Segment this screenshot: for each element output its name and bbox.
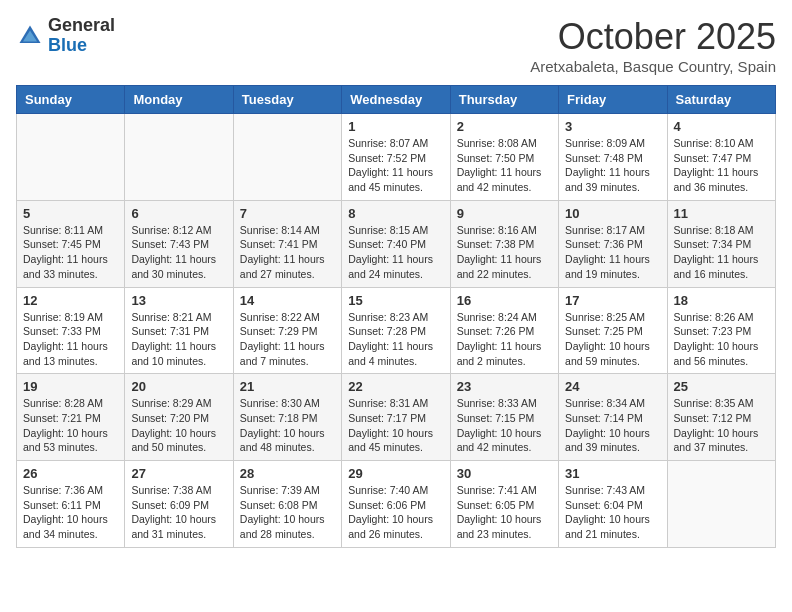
calendar-cell — [17, 114, 125, 201]
day-of-week-header: Monday — [125, 86, 233, 114]
calendar-cell: 8Sunrise: 8:15 AMSunset: 7:40 PMDaylight… — [342, 200, 450, 287]
day-info: Sunrise: 8:17 AMSunset: 7:36 PMDaylight:… — [565, 223, 660, 282]
day-info: Sunrise: 8:25 AMSunset: 7:25 PMDaylight:… — [565, 310, 660, 369]
calendar-cell: 25Sunrise: 8:35 AMSunset: 7:12 PMDayligh… — [667, 374, 775, 461]
day-info: Sunrise: 8:21 AMSunset: 7:31 PMDaylight:… — [131, 310, 226, 369]
day-info: Sunrise: 8:09 AMSunset: 7:48 PMDaylight:… — [565, 136, 660, 195]
calendar-week-row: 1Sunrise: 8:07 AMSunset: 7:52 PMDaylight… — [17, 114, 776, 201]
day-number: 22 — [348, 379, 443, 394]
calendar-table: SundayMondayTuesdayWednesdayThursdayFrid… — [16, 85, 776, 548]
day-number: 31 — [565, 466, 660, 481]
calendar-cell: 30Sunrise: 7:41 AMSunset: 6:05 PMDayligh… — [450, 461, 558, 548]
day-number: 2 — [457, 119, 552, 134]
calendar-week-row: 26Sunrise: 7:36 AMSunset: 6:11 PMDayligh… — [17, 461, 776, 548]
day-number: 26 — [23, 466, 118, 481]
day-number: 14 — [240, 293, 335, 308]
day-info: Sunrise: 8:11 AMSunset: 7:45 PMDaylight:… — [23, 223, 118, 282]
calendar-cell: 12Sunrise: 8:19 AMSunset: 7:33 PMDayligh… — [17, 287, 125, 374]
calendar-cell: 13Sunrise: 8:21 AMSunset: 7:31 PMDayligh… — [125, 287, 233, 374]
day-number: 15 — [348, 293, 443, 308]
day-number: 7 — [240, 206, 335, 221]
calendar-cell: 22Sunrise: 8:31 AMSunset: 7:17 PMDayligh… — [342, 374, 450, 461]
calendar-cell: 11Sunrise: 8:18 AMSunset: 7:34 PMDayligh… — [667, 200, 775, 287]
calendar-cell: 23Sunrise: 8:33 AMSunset: 7:15 PMDayligh… — [450, 374, 558, 461]
logo: General Blue — [16, 16, 115, 56]
day-info: Sunrise: 8:15 AMSunset: 7:40 PMDaylight:… — [348, 223, 443, 282]
day-number: 30 — [457, 466, 552, 481]
calendar-cell: 17Sunrise: 8:25 AMSunset: 7:25 PMDayligh… — [559, 287, 667, 374]
title-area: October 2025 Aretxabaleta, Basque Countr… — [530, 16, 776, 75]
calendar-week-row: 5Sunrise: 8:11 AMSunset: 7:45 PMDaylight… — [17, 200, 776, 287]
calendar-week-row: 19Sunrise: 8:28 AMSunset: 7:21 PMDayligh… — [17, 374, 776, 461]
day-number: 19 — [23, 379, 118, 394]
day-info: Sunrise: 8:28 AMSunset: 7:21 PMDaylight:… — [23, 396, 118, 455]
day-number: 5 — [23, 206, 118, 221]
day-of-week-header: Friday — [559, 86, 667, 114]
day-number: 21 — [240, 379, 335, 394]
day-info: Sunrise: 7:40 AMSunset: 6:06 PMDaylight:… — [348, 483, 443, 542]
day-number: 13 — [131, 293, 226, 308]
logo-text: General Blue — [48, 16, 115, 56]
day-info: Sunrise: 8:08 AMSunset: 7:50 PMDaylight:… — [457, 136, 552, 195]
calendar-cell: 3Sunrise: 8:09 AMSunset: 7:48 PMDaylight… — [559, 114, 667, 201]
day-info: Sunrise: 8:07 AMSunset: 7:52 PMDaylight:… — [348, 136, 443, 195]
day-info: Sunrise: 8:24 AMSunset: 7:26 PMDaylight:… — [457, 310, 552, 369]
day-number: 17 — [565, 293, 660, 308]
day-info: Sunrise: 8:22 AMSunset: 7:29 PMDaylight:… — [240, 310, 335, 369]
day-of-week-header: Sunday — [17, 86, 125, 114]
calendar-cell: 29Sunrise: 7:40 AMSunset: 6:06 PMDayligh… — [342, 461, 450, 548]
day-info: Sunrise: 8:16 AMSunset: 7:38 PMDaylight:… — [457, 223, 552, 282]
calendar-cell: 2Sunrise: 8:08 AMSunset: 7:50 PMDaylight… — [450, 114, 558, 201]
day-number: 3 — [565, 119, 660, 134]
calendar-cell: 21Sunrise: 8:30 AMSunset: 7:18 PMDayligh… — [233, 374, 341, 461]
day-info: Sunrise: 8:29 AMSunset: 7:20 PMDaylight:… — [131, 396, 226, 455]
day-number: 28 — [240, 466, 335, 481]
calendar-cell: 24Sunrise: 8:34 AMSunset: 7:14 PMDayligh… — [559, 374, 667, 461]
calendar-cell: 31Sunrise: 7:43 AMSunset: 6:04 PMDayligh… — [559, 461, 667, 548]
day-info: Sunrise: 8:19 AMSunset: 7:33 PMDaylight:… — [23, 310, 118, 369]
day-info: Sunrise: 8:31 AMSunset: 7:17 PMDaylight:… — [348, 396, 443, 455]
page-header: General Blue October 2025 Aretxabaleta, … — [16, 16, 776, 75]
day-info: Sunrise: 7:41 AMSunset: 6:05 PMDaylight:… — [457, 483, 552, 542]
day-info: Sunrise: 7:38 AMSunset: 6:09 PMDaylight:… — [131, 483, 226, 542]
calendar-cell — [125, 114, 233, 201]
day-number: 1 — [348, 119, 443, 134]
day-info: Sunrise: 8:14 AMSunset: 7:41 PMDaylight:… — [240, 223, 335, 282]
day-number: 8 — [348, 206, 443, 221]
calendar-cell: 5Sunrise: 8:11 AMSunset: 7:45 PMDaylight… — [17, 200, 125, 287]
logo-icon — [16, 22, 44, 50]
day-info: Sunrise: 8:10 AMSunset: 7:47 PMDaylight:… — [674, 136, 769, 195]
calendar-cell: 4Sunrise: 8:10 AMSunset: 7:47 PMDaylight… — [667, 114, 775, 201]
day-number: 11 — [674, 206, 769, 221]
calendar-cell — [667, 461, 775, 548]
day-of-week-header: Thursday — [450, 86, 558, 114]
day-info: Sunrise: 7:39 AMSunset: 6:08 PMDaylight:… — [240, 483, 335, 542]
day-info: Sunrise: 7:36 AMSunset: 6:11 PMDaylight:… — [23, 483, 118, 542]
day-info: Sunrise: 8:35 AMSunset: 7:12 PMDaylight:… — [674, 396, 769, 455]
day-number: 25 — [674, 379, 769, 394]
calendar-cell: 19Sunrise: 8:28 AMSunset: 7:21 PMDayligh… — [17, 374, 125, 461]
calendar-header-row: SundayMondayTuesdayWednesdayThursdayFrid… — [17, 86, 776, 114]
calendar-cell: 18Sunrise: 8:26 AMSunset: 7:23 PMDayligh… — [667, 287, 775, 374]
day-number: 9 — [457, 206, 552, 221]
day-number: 20 — [131, 379, 226, 394]
day-info: Sunrise: 8:33 AMSunset: 7:15 PMDaylight:… — [457, 396, 552, 455]
day-number: 16 — [457, 293, 552, 308]
day-info: Sunrise: 7:43 AMSunset: 6:04 PMDaylight:… — [565, 483, 660, 542]
calendar-cell: 10Sunrise: 8:17 AMSunset: 7:36 PMDayligh… — [559, 200, 667, 287]
calendar-cell: 20Sunrise: 8:29 AMSunset: 7:20 PMDayligh… — [125, 374, 233, 461]
location: Aretxabaleta, Basque Country, Spain — [530, 58, 776, 75]
calendar-cell — [233, 114, 341, 201]
day-info: Sunrise: 8:26 AMSunset: 7:23 PMDaylight:… — [674, 310, 769, 369]
day-number: 6 — [131, 206, 226, 221]
calendar-week-row: 12Sunrise: 8:19 AMSunset: 7:33 PMDayligh… — [17, 287, 776, 374]
day-number: 18 — [674, 293, 769, 308]
day-of-week-header: Tuesday — [233, 86, 341, 114]
day-number: 29 — [348, 466, 443, 481]
calendar-cell: 28Sunrise: 7:39 AMSunset: 6:08 PMDayligh… — [233, 461, 341, 548]
day-info: Sunrise: 8:23 AMSunset: 7:28 PMDaylight:… — [348, 310, 443, 369]
calendar-cell: 14Sunrise: 8:22 AMSunset: 7:29 PMDayligh… — [233, 287, 341, 374]
calendar-cell: 7Sunrise: 8:14 AMSunset: 7:41 PMDaylight… — [233, 200, 341, 287]
day-of-week-header: Wednesday — [342, 86, 450, 114]
day-info: Sunrise: 8:18 AMSunset: 7:34 PMDaylight:… — [674, 223, 769, 282]
